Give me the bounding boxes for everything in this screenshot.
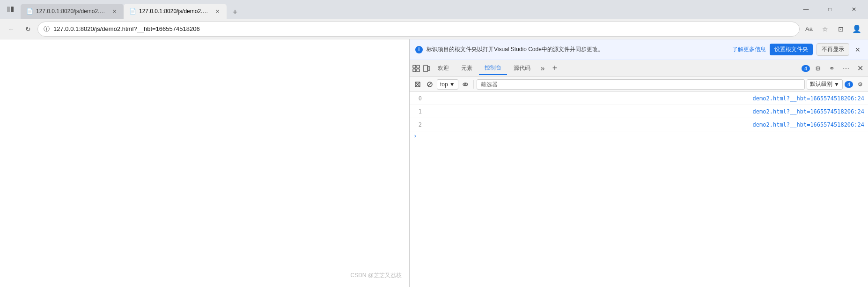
console-content: 0 demo2.html?__hbt=1665574518206:24 1 de…: [410, 92, 868, 287]
console-level-badge: 4: [845, 81, 853, 88]
svg-rect-2: [413, 65, 416, 68]
page-content: CSDN @芝芝又荔枝 i 标识项目的根文件夹以打开Visual Studio …: [0, 39, 868, 287]
address-info-icon: ⓘ: [44, 25, 50, 33]
devtools-tabs: 欢迎 元素 控制台 源代码 » + 4 ⚙ ⚭ ⋯ ✕: [410, 60, 868, 77]
console-clear-btn[interactable]: [412, 79, 423, 90]
devtools-settings-btn[interactable]: ⚙: [812, 62, 824, 75]
devtools-device-btn[interactable]: [422, 64, 431, 73]
tab-sources-label: 源代码: [514, 64, 530, 72]
notif-set-root-btn[interactable]: 设置根文件夹: [770, 44, 813, 55]
browser-titlebar: 📄 127.0.0.1:8020/js/demo2.html?... ✕ 📄 1…: [0, 0, 868, 19]
console-toolbar: top ▼ 默认级别 ▼ 4 ⚙: [410, 77, 868, 92]
svg-point-14: [464, 83, 466, 85]
console-level-dropdown[interactable]: 默认级别 ▼: [807, 79, 843, 90]
watermark: CSDN @芝芝又荔枝: [350, 272, 402, 279]
console-badge: 4: [802, 65, 810, 72]
console-eye-btn[interactable]: [460, 79, 471, 90]
notif-close-btn[interactable]: ✕: [853, 46, 862, 53]
devtools-tab-elements[interactable]: 元素: [456, 62, 478, 75]
tab-bar: 📄 127.0.0.1:8020/js/demo2.html?... ✕ 📄 1…: [21, 0, 794, 19]
console-row-0: 0 demo2.html?__hbt=1665574518206:24: [410, 92, 868, 105]
console-block-btn[interactable]: [425, 79, 435, 90]
notif-text: 标识项目的根文件夹以打开Visual Studio Code中的源文件并同步更改…: [427, 45, 728, 53]
console-row-2: 2 demo2.html?__hbt=1665574518206:24: [410, 118, 868, 131]
sidebar-toggle-btn[interactable]: [4, 3, 17, 16]
devtools-right-btns: 4 ⚙ ⚭ ⋯ ✕: [802, 62, 866, 75]
tab2-favicon: 📄: [129, 8, 136, 15]
address-text: 127.0.0.1:8020/js/demo2.html?__hbt=16655…: [53, 25, 794, 32]
console-level-label: 默认级别: [810, 80, 832, 88]
console-level-arrow: ▼: [834, 81, 839, 88]
console-row-2-num: 2: [413, 121, 427, 128]
tab-elements-label: 元素: [461, 64, 472, 72]
tab-console-label: 控制台: [485, 64, 501, 72]
read-mode-btn[interactable]: Aa: [802, 22, 817, 37]
console-toolbar-divider: [473, 80, 474, 89]
svg-line-12: [428, 83, 432, 86]
svg-rect-7: [428, 67, 430, 70]
main-page: CSDN @芝芝又荔枝: [0, 39, 409, 287]
svg-rect-3: [417, 65, 419, 68]
console-row-1-link[interactable]: demo2.html?__hbt=1665574518206:24: [753, 108, 864, 115]
top-context-label: top: [440, 81, 448, 88]
devtools-more-btn[interactable]: ⋯: [840, 62, 852, 75]
tab1-close-btn[interactable]: ✕: [110, 8, 118, 15]
svg-rect-5: [417, 69, 419, 72]
console-toolbar-settings-btn[interactable]: ⚙: [855, 79, 865, 90]
address-bar[interactable]: ⓘ 127.0.0.1:8020/js/demo2.html?__hbt=166…: [37, 22, 800, 37]
devtools-inspect-btn[interactable]: [412, 64, 421, 73]
back-btn[interactable]: ←: [4, 22, 19, 37]
new-tab-btn[interactable]: +: [228, 6, 242, 19]
console-row-1: 1 demo2.html?__hbt=1665574518206:24: [410, 105, 868, 118]
devtools-more-tabs-btn[interactable]: »: [537, 63, 548, 74]
notif-dismiss-btn[interactable]: 不再显示: [817, 43, 849, 56]
devtools-tab-welcome[interactable]: 欢迎: [432, 62, 455, 75]
devtools-panel: i 标识项目的根文件夹以打开Visual Studio Code中的源文件并同步…: [409, 39, 868, 287]
notification-bar: i 标识项目的根文件夹以打开Visual Studio Code中的源文件并同步…: [410, 39, 868, 60]
devtools-tab-console[interactable]: 控制台: [479, 62, 507, 75]
svg-rect-4: [413, 69, 416, 72]
console-toolbar-right: ⚙: [855, 79, 865, 90]
console-row-0-num: 0: [413, 95, 427, 102]
devtools-close-btn[interactable]: ✕: [854, 62, 866, 75]
devtools-tab-sources[interactable]: 源代码: [508, 62, 536, 75]
tab2-title: 127.0.0.1:8020/js/demo2.html?...: [139, 8, 211, 15]
console-row-0-link[interactable]: demo2.html?__hbt=1665574518206:24: [753, 95, 864, 102]
svg-rect-6: [424, 65, 427, 72]
maximize-btn[interactable]: □: [819, 2, 840, 16]
window-controls: — □ ✕: [795, 2, 864, 16]
nav-right-btns: Aa ☆ ⊡ 👤: [802, 22, 864, 37]
top-context-dropdown[interactable]: top ▼: [437, 79, 458, 90]
tab1-favicon: 📄: [26, 8, 33, 15]
collections-btn[interactable]: ⊡: [833, 22, 848, 37]
close-btn[interactable]: ✕: [843, 2, 864, 16]
nav-bar: ← ↻ ⓘ 127.0.0.1:8020/js/demo2.html?__hbt…: [0, 19, 868, 39]
tab2-close-btn[interactable]: ✕: [213, 8, 221, 15]
browser-tab-1[interactable]: 📄 127.0.0.1:8020/js/demo2.html?... ✕: [21, 4, 124, 19]
favorites-btn[interactable]: ☆: [817, 22, 832, 37]
devtools-connections-btn[interactable]: ⚭: [826, 62, 838, 75]
console-expand-btn[interactable]: ›: [410, 131, 868, 140]
console-row-1-num: 1: [413, 108, 427, 115]
minimize-btn[interactable]: —: [795, 2, 817, 16]
console-filter-input[interactable]: [477, 79, 805, 90]
svg-rect-0: [7, 7, 10, 12]
notif-learn-more-link[interactable]: 了解更多信息: [732, 45, 766, 53]
browser-tab-2[interactable]: 📄 127.0.0.1:8020/js/demo2.html?... ✕: [124, 4, 227, 19]
notif-info-icon: i: [415, 46, 423, 53]
svg-rect-1: [11, 7, 14, 12]
profile-btn[interactable]: 👤: [849, 22, 864, 37]
tab1-title: 127.0.0.1:8020/js/demo2.html?...: [36, 8, 108, 15]
console-row-2-link[interactable]: demo2.html?__hbt=1665574518206:24: [753, 121, 864, 128]
tab-welcome-label: 欢迎: [438, 64, 449, 72]
refresh-btn[interactable]: ↻: [21, 22, 36, 37]
devtools-add-tab-btn[interactable]: +: [549, 63, 560, 74]
top-dropdown-arrow: ▼: [449, 81, 455, 88]
